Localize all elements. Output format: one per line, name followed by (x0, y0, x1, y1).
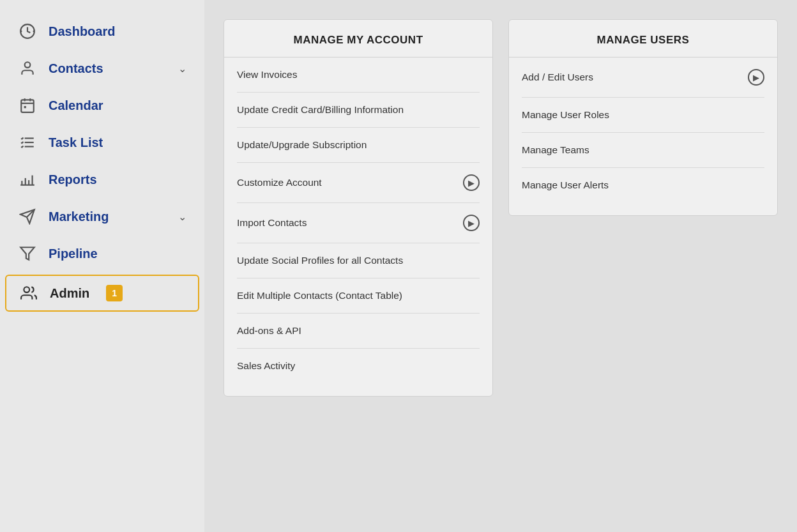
sidebar-item-pipeline[interactable]: Pipeline (0, 235, 204, 272)
sidebar-item-label-calendar: Calendar (49, 98, 103, 113)
calendar-icon (18, 96, 37, 115)
sidebar-item-contacts[interactable]: Contacts ⌄ (0, 50, 204, 87)
manage-teams-item[interactable]: Manage Teams (522, 133, 764, 168)
contacts-icon (18, 59, 37, 78)
manage-roles-item[interactable]: Manage User Roles (522, 98, 764, 133)
main-content: MANAGE MY ACCOUNT View Invoices Update C… (204, 0, 797, 532)
sidebar-item-dashboard[interactable]: Dashboard (0, 13, 204, 50)
customize-account-label: Customize Account (237, 177, 322, 188)
update-billing-label: Update Credit Card/Billing Information (237, 104, 404, 116)
admin-badge: 1 (106, 285, 123, 301)
pipeline-icon (18, 244, 37, 263)
manage-alerts-label: Manage User Alerts (522, 179, 609, 191)
sidebar-item-reports[interactable]: Reports (0, 161, 204, 198)
sidebar-item-label-reports: Reports (49, 172, 97, 187)
sales-activity-label: Sales Activity (237, 360, 295, 372)
addons-api-item[interactable]: Add-ons & API (237, 314, 480, 349)
sidebar: Dashboard Contacts ⌄ Calendar (0, 0, 204, 532)
manage-roles-label: Manage User Roles (522, 109, 609, 121)
sidebar-item-tasklist[interactable]: Task List (0, 124, 204, 161)
chevron-down-icon-marketing: ⌄ (178, 211, 186, 223)
sidebar-item-label-contacts: Contacts (49, 61, 103, 76)
add-edit-users-item[interactable]: Add / Edit Users ▶ (522, 57, 764, 98)
edit-multiple-label: Edit Multiple Contacts (Contact Table) (237, 290, 402, 301)
update-social-item[interactable]: Update Social Profiles for all Contacts (237, 243, 480, 278)
customize-account-arrow: ▶ (463, 174, 480, 191)
reports-icon (18, 170, 37, 189)
sidebar-item-label-admin: Admin (50, 286, 89, 301)
tasklist-icon (18, 133, 37, 152)
manage-account-panel: MANAGE MY ACCOUNT View Invoices Update C… (224, 19, 493, 397)
manage-alerts-item[interactable]: Manage User Alerts (522, 168, 764, 202)
sidebar-item-label-marketing: Marketing (49, 209, 109, 224)
dashboard-icon (18, 22, 37, 41)
marketing-icon (18, 207, 37, 226)
manage-account-items: View Invoices Update Credit Card/Billing… (224, 57, 492, 396)
manage-users-panel: MANAGE USERS Add / Edit Users ▶ Manage U… (508, 19, 778, 216)
manage-users-header: MANAGE USERS (509, 20, 777, 57)
manage-teams-label: Manage Teams (522, 144, 589, 156)
manage-users-items: Add / Edit Users ▶ Manage User Roles Man… (509, 57, 777, 215)
sidebar-item-label-tasklist: Task List (49, 135, 103, 150)
manage-account-header: MANAGE MY ACCOUNT (224, 20, 492, 57)
sidebar-item-calendar[interactable]: Calendar (0, 87, 204, 124)
customize-account-item[interactable]: Customize Account ▶ (237, 163, 480, 203)
admin-icon (19, 284, 38, 303)
view-invoices-label: View Invoices (237, 69, 297, 80)
update-billing-item[interactable]: Update Credit Card/Billing Information (237, 93, 480, 128)
add-edit-users-label: Add / Edit Users (522, 72, 593, 83)
svg-marker-17 (20, 247, 34, 260)
sidebar-item-marketing[interactable]: Marketing ⌄ (0, 198, 204, 235)
edit-multiple-item[interactable]: Edit Multiple Contacts (Contact Table) (237, 278, 480, 314)
sidebar-item-admin[interactable]: Admin 1 (5, 275, 199, 312)
svg-rect-4 (21, 100, 34, 112)
add-edit-users-arrow: ▶ (748, 69, 764, 86)
svg-point-3 (25, 62, 31, 68)
addons-api-label: Add-ons & API (237, 325, 301, 337)
import-contacts-item[interactable]: Import Contacts ▶ (237, 203, 480, 243)
sidebar-item-label-pipeline: Pipeline (49, 247, 98, 261)
import-contacts-arrow: ▶ (463, 215, 480, 231)
svg-point-18 (24, 287, 29, 293)
view-invoices-item[interactable]: View Invoices (237, 57, 480, 93)
chevron-down-icon: ⌄ (178, 63, 186, 75)
import-contacts-label: Import Contacts (237, 217, 307, 229)
update-subscription-label: Update/Upgrade Subscription (237, 139, 367, 151)
update-subscription-item[interactable]: Update/Upgrade Subscription (237, 128, 480, 163)
svg-rect-8 (24, 106, 26, 108)
update-social-label: Update Social Profiles for all Contacts (237, 255, 403, 266)
sales-activity-item[interactable]: Sales Activity (237, 349, 480, 383)
sidebar-item-label-dashboard: Dashboard (49, 24, 115, 39)
